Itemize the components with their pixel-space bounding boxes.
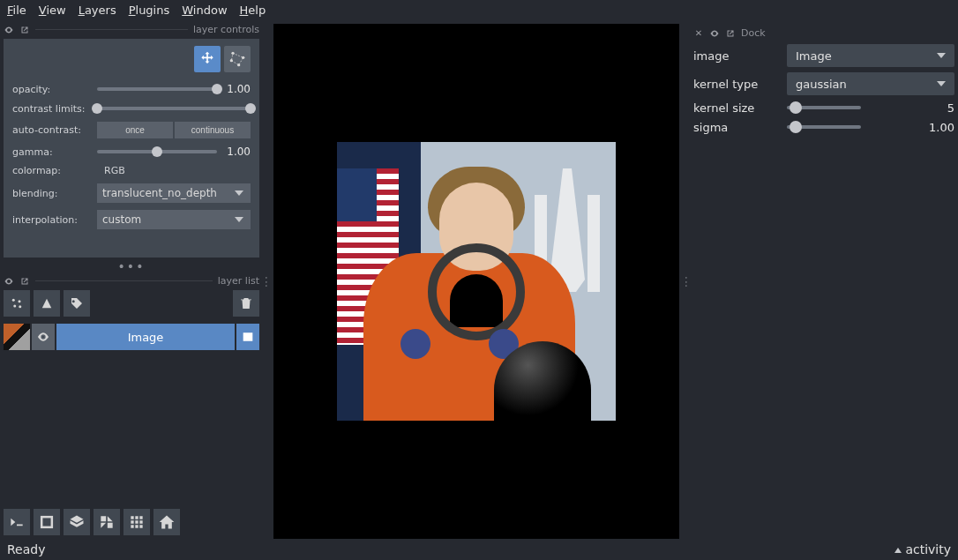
auto-contrast-continuous-button[interactable]: continuous — [175, 122, 251, 138]
menu-plugins[interactable]: Plugins — [129, 4, 170, 17]
popout-icon[interactable] — [19, 276, 30, 287]
svg-point-0 — [231, 52, 234, 55]
kernel-size-slider[interactable] — [787, 101, 919, 115]
menu-help[interactable]: Help — [240, 4, 266, 17]
kernel-size-label: kernel size — [693, 101, 780, 115]
grid-button[interactable] — [123, 509, 150, 535]
new-labels-button[interactable] — [64, 290, 90, 317]
canvas[interactable] — [273, 24, 679, 539]
splitter-left[interactable]: ⋮ — [263, 24, 270, 539]
interpolation-label: interpolation: — [12, 214, 94, 226]
panzoom-mode-button[interactable] — [194, 46, 221, 72]
layer-list-header: layer list — [4, 275, 259, 287]
transform-mode-button[interactable] — [224, 46, 251, 72]
layer-controls-panel: opacity: 1.00 contrast limits: auto-cont… — [4, 39, 259, 258]
layer-controls-title: layer controls — [193, 24, 259, 35]
svg-point-4 — [12, 299, 15, 302]
layer-visibility-toggle[interactable] — [32, 324, 55, 350]
delete-layer-button[interactable] — [233, 290, 259, 317]
left-column: layer controls opacity: 1.00 — [4, 24, 259, 539]
svg-point-3 — [230, 59, 233, 62]
activity-toggle[interactable]: activity — [894, 542, 951, 556]
colormap-label: colormap: — [12, 165, 94, 176]
menu-view[interactable]: View — [39, 4, 66, 17]
svg-point-8 — [42, 336, 45, 339]
colormap-value: RGB — [97, 165, 125, 176]
layer-thumbnail — [4, 324, 30, 350]
dock-header: ✕ Dock — [693, 27, 954, 39]
close-icon[interactable]: ✕ — [693, 28, 704, 39]
canvas-area — [273, 24, 679, 539]
kernel-type-combo[interactable]: gaussian — [787, 72, 954, 95]
splitter-right[interactable]: ⋮ — [683, 24, 690, 539]
svg-point-1 — [242, 56, 244, 59]
displayed-image — [337, 142, 616, 421]
menu-bar: File View Layers Plugins Window Help — [0, 0, 958, 20]
popout-icon[interactable] — [19, 25, 30, 35]
svg-point-7 — [19, 305, 21, 308]
sigma-value: 1.00 — [926, 121, 954, 134]
gamma-label: gamma: — [12, 146, 94, 158]
contrast-limits-label: contrast limits: — [12, 103, 94, 115]
right-panel: ✕ Dock image Image kernel type gaussian … — [693, 24, 954, 539]
layer-item[interactable]: Image — [4, 324, 259, 350]
ndisplay-button[interactable] — [34, 509, 60, 535]
dock-label: Dock — [741, 27, 766, 39]
kernel-type-label: kernel type — [693, 78, 780, 91]
opacity-value: 1.00 — [221, 83, 251, 95]
popout-icon[interactable] — [725, 28, 736, 39]
contrast-limits-slider[interactable] — [97, 102, 251, 115]
svg-rect-9 — [41, 517, 52, 527]
viewer-buttons — [4, 504, 259, 539]
transpose-button[interactable] — [94, 509, 120, 535]
eye-icon[interactable] — [709, 28, 720, 39]
kernel-size-value: 5 — [926, 101, 954, 115]
layer-list-toolbar — [4, 290, 259, 317]
panel-separator[interactable]: ••• — [4, 261, 259, 272]
console-button[interactable] — [4, 509, 30, 535]
layer-name[interactable]: Image — [56, 324, 235, 350]
blending-label: blending: — [12, 188, 94, 199]
menu-layers[interactable]: Layers — [79, 4, 116, 17]
home-button[interactable] — [153, 509, 180, 535]
svg-point-2 — [237, 63, 240, 66]
sigma-label: sigma — [693, 121, 780, 134]
new-points-button[interactable] — [4, 290, 30, 317]
menu-window[interactable]: Window — [182, 4, 227, 17]
blending-combo[interactable]: translucent_no_depth — [97, 183, 251, 203]
image-layer-icon — [236, 324, 259, 350]
layer-list-title: layer list — [218, 275, 259, 287]
image-field-label: image — [693, 49, 780, 63]
new-shapes-button[interactable] — [34, 290, 60, 317]
sigma-slider[interactable] — [787, 120, 919, 134]
status-bar: Ready activity — [0, 539, 958, 560]
image-combo[interactable]: Image — [787, 44, 954, 67]
eye-icon[interactable] — [4, 276, 14, 287]
roll-dims-button[interactable] — [64, 509, 90, 535]
auto-contrast-once-button[interactable]: once — [97, 122, 173, 138]
gamma-slider[interactable] — [97, 146, 217, 158]
opacity-slider[interactable] — [97, 83, 217, 95]
svg-point-5 — [19, 300, 21, 302]
status-text: Ready — [7, 542, 45, 556]
gamma-value: 1.00 — [221, 146, 251, 158]
menu-file[interactable]: File — [7, 4, 26, 17]
layer-controls-header: layer controls — [4, 24, 259, 35]
svg-point-6 — [13, 305, 16, 308]
interpolation-combo[interactable]: custom — [97, 210, 251, 229]
opacity-label: opacity: — [12, 84, 94, 95]
auto-contrast-label: auto-contrast: — [12, 124, 94, 136]
eye-icon[interactable] — [4, 25, 14, 35]
